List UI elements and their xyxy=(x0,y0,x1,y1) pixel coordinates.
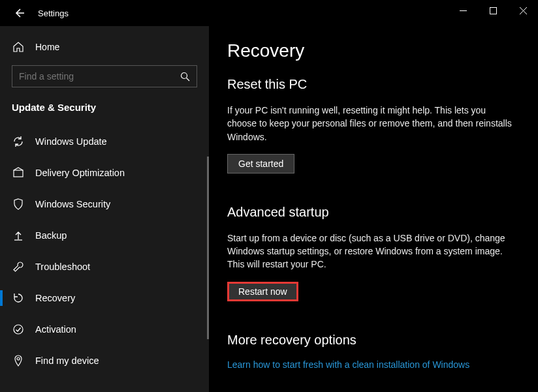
sync-icon xyxy=(12,136,25,147)
recovery-icon xyxy=(12,292,25,304)
page-title: Recovery xyxy=(227,40,520,61)
home-link[interactable]: Home xyxy=(0,33,209,59)
get-started-button[interactable]: Get started xyxy=(227,154,294,173)
svg-point-8 xyxy=(14,325,23,334)
titlebar: Settings xyxy=(0,0,538,26)
nav-label: Windows Update xyxy=(35,136,107,147)
nav-label: Windows Security xyxy=(35,199,110,209)
sidebar-group-label: Update & Security xyxy=(0,94,209,122)
sidebar-scrollbar[interactable] xyxy=(207,157,209,339)
maximize-button[interactable] xyxy=(478,0,508,21)
search-icon xyxy=(180,72,190,82)
nav-activation[interactable]: Activation xyxy=(0,314,209,345)
advanced-startup-heading: Advanced startup xyxy=(227,205,520,220)
reset-heading: Reset this PC xyxy=(227,77,520,92)
backup-icon xyxy=(12,230,25,241)
search-box[interactable] xyxy=(12,65,197,87)
sidebar: Home Update & Security Windows Update xyxy=(0,26,209,392)
nav-label: Backup xyxy=(35,230,67,241)
reset-body: If your PC isn't running well, resetting… xyxy=(227,104,514,143)
back-button[interactable] xyxy=(12,6,26,20)
nav-label: Activation xyxy=(35,324,76,335)
nav-troubleshoot[interactable]: Troubleshoot xyxy=(0,251,209,282)
svg-point-4 xyxy=(182,72,187,78)
restart-now-button[interactable]: Restart now xyxy=(227,282,298,301)
nav-recovery[interactable]: Recovery xyxy=(0,282,209,314)
svg-line-5 xyxy=(187,78,190,81)
nav-label: Troubleshoot xyxy=(35,262,90,272)
minimize-button[interactable] xyxy=(448,0,478,21)
nav-label: Delivery Optimization xyxy=(35,168,125,178)
nav-label: Find my device xyxy=(35,355,99,366)
check-circle-icon xyxy=(12,324,25,335)
close-button[interactable] xyxy=(508,0,538,21)
nav-windows-security[interactable]: Windows Security xyxy=(0,188,209,220)
advanced-startup-body: Start up from a device or disc (such as … xyxy=(227,232,514,271)
nav-delivery-optimization[interactable]: Delivery Optimization xyxy=(0,157,209,188)
nav-label: Recovery xyxy=(35,293,75,303)
window-controls xyxy=(448,0,538,21)
home-label: Home xyxy=(35,42,59,52)
wrench-icon xyxy=(12,261,25,273)
clean-install-link[interactable]: Learn how to start fresh with a clean in… xyxy=(227,359,520,370)
nav-windows-update[interactable]: Windows Update xyxy=(0,126,209,157)
svg-rect-6 xyxy=(14,170,23,177)
nav-find-my-device[interactable]: Find my device xyxy=(0,345,209,376)
shield-icon xyxy=(12,198,25,210)
svg-point-9 xyxy=(17,357,20,360)
main-content: Recovery Reset this PC If your PC isn't … xyxy=(209,26,538,392)
home-icon xyxy=(12,41,25,53)
delivery-icon xyxy=(12,167,25,179)
nav-backup[interactable]: Backup xyxy=(0,220,209,251)
search-input[interactable] xyxy=(19,71,180,82)
more-recovery-heading: More recovery options xyxy=(227,333,520,348)
svg-rect-1 xyxy=(490,7,496,14)
window-title: Settings xyxy=(38,8,69,18)
location-icon xyxy=(12,355,25,367)
